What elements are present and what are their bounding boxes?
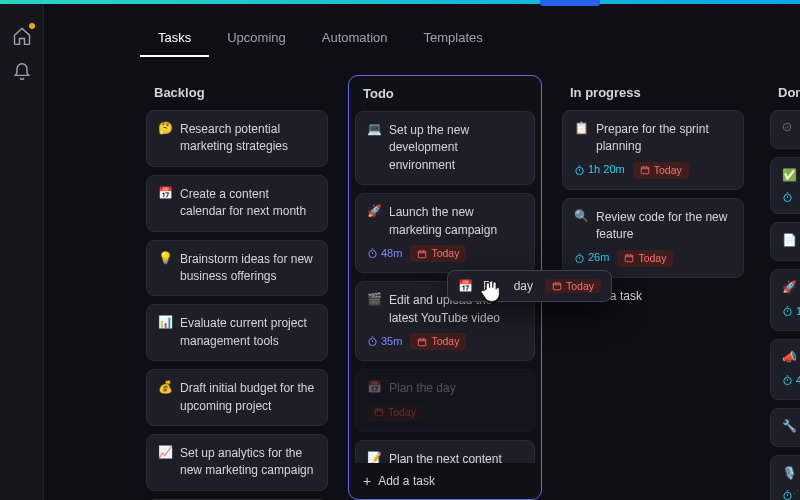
task-text: Review code for the new feature bbox=[596, 209, 732, 244]
card-list: Complete the start of✅Complete review📄Fi… bbox=[764, 110, 800, 500]
task-emoji-icon: 💰 bbox=[158, 380, 172, 396]
home-icon[interactable] bbox=[12, 26, 32, 46]
task-meta: 1h 20mToday bbox=[574, 162, 732, 179]
tab-upcoming[interactable]: Upcoming bbox=[209, 24, 304, 57]
task-meta: 26mToday bbox=[574, 250, 732, 267]
svg-point-7 bbox=[576, 167, 583, 174]
add-task-button[interactable]: + Add a task bbox=[349, 463, 541, 499]
task-emoji-icon: 🎬 bbox=[367, 292, 381, 308]
task-card[interactable]: 📅Create a content calendar for next mont… bbox=[146, 175, 328, 232]
task-emoji-icon: 📅 bbox=[158, 186, 172, 202]
calendar-icon: 📅 bbox=[458, 279, 473, 293]
task-meta: 1h bbox=[782, 304, 800, 320]
tab-bar: Tasks Upcoming Automation Templates bbox=[44, 4, 800, 57]
column-done: Done Complete the start of✅Complete revi… bbox=[764, 75, 800, 500]
task-emoji-icon: 📊 bbox=[158, 315, 172, 331]
svg-point-12 bbox=[784, 194, 791, 201]
task-text: Set up analytics for the new marketing c… bbox=[180, 445, 316, 480]
task-text: Prepare for the sprint planning bbox=[596, 121, 732, 156]
task-emoji-icon: 🤔 bbox=[158, 121, 172, 137]
time-badge: 1h 20m bbox=[574, 162, 625, 178]
svg-point-0 bbox=[369, 250, 376, 257]
task-card[interactable]: 📅Plan the dayToday bbox=[355, 369, 535, 432]
grab-cursor-icon bbox=[479, 277, 505, 303]
kanban-board: Backlog 🤔Research potential marketing st… bbox=[44, 57, 800, 500]
today-badge: Today bbox=[545, 279, 601, 293]
column-title: Done bbox=[764, 75, 800, 110]
stopwatch-icon bbox=[782, 192, 793, 203]
dragging-card[interactable]: 📅 Pl day Today bbox=[447, 270, 612, 302]
task-emoji-icon: 🔧 bbox=[782, 419, 796, 435]
svg-rect-10 bbox=[626, 255, 634, 262]
task-card[interactable]: ✅Complete review bbox=[770, 157, 800, 213]
task-emoji-icon: 💡 bbox=[158, 251, 172, 267]
task-emoji-icon: 🚀 bbox=[782, 280, 796, 296]
tab-tasks[interactable]: Tasks bbox=[140, 24, 209, 57]
task-card[interactable]: 💰Draft initial budget for the upcoming p… bbox=[146, 369, 328, 426]
task-card[interactable]: Complete the start of bbox=[770, 110, 800, 149]
task-emoji-icon: 💻 bbox=[367, 122, 381, 138]
task-emoji-icon: 🎙️ bbox=[782, 466, 796, 482]
task-card[interactable]: 📈Set up analytics for the new marketing … bbox=[146, 434, 328, 491]
svg-rect-3 bbox=[419, 339, 427, 346]
check-icon bbox=[782, 121, 796, 137]
column-backlog: Backlog 🤔Research potential marketing st… bbox=[140, 75, 334, 500]
task-card[interactable]: 🔧Implement endpoints bbox=[770, 408, 800, 447]
task-meta bbox=[782, 490, 800, 500]
stopwatch-icon bbox=[782, 490, 793, 500]
today-badge: Today bbox=[410, 245, 466, 262]
task-text: Evaluate current project management tool… bbox=[180, 315, 316, 350]
time-badge: 26m bbox=[574, 250, 609, 266]
tab-templates[interactable]: Templates bbox=[406, 24, 501, 57]
column-title: In progress bbox=[556, 75, 750, 110]
today-badge: Today bbox=[617, 250, 673, 267]
svg-rect-1 bbox=[419, 251, 427, 258]
card-list: 🤔Research potential marketing strategies… bbox=[140, 110, 334, 500]
add-task-label: Add a task bbox=[378, 474, 435, 488]
tab-automation[interactable]: Automation bbox=[304, 24, 406, 57]
task-emoji-icon: 📣 bbox=[782, 350, 796, 366]
task-emoji-icon: 🚀 bbox=[367, 204, 381, 220]
task-emoji-icon: 📅 bbox=[367, 380, 381, 396]
task-emoji-icon: 🔍 bbox=[574, 209, 588, 225]
task-meta: 45m bbox=[782, 373, 800, 389]
main-area: Tasks Upcoming Automation Templates Back… bbox=[44, 4, 800, 500]
task-card[interactable]: 🔍Review code for the new feature26mToday bbox=[562, 198, 744, 278]
task-text: Plan the day bbox=[389, 380, 523, 397]
task-card[interactable]: 📝Plan the next content seriesToday bbox=[355, 440, 535, 463]
task-text: Set up the new development environment bbox=[389, 122, 523, 174]
today-badge: Today bbox=[410, 333, 466, 350]
task-card[interactable]: 📣Publish45m bbox=[770, 339, 800, 400]
bell-icon[interactable] bbox=[12, 62, 32, 82]
svg-rect-16 bbox=[553, 283, 561, 290]
task-card[interactable]: 🚀Launch1h bbox=[770, 269, 800, 330]
task-text: Brainstorm ideas for new business offeri… bbox=[180, 251, 316, 286]
plus-icon: + bbox=[363, 473, 371, 489]
task-emoji-icon: 📄 bbox=[782, 233, 796, 249]
task-meta bbox=[782, 192, 800, 203]
task-card[interactable]: 📊Evaluate current project management too… bbox=[146, 304, 328, 361]
time-badge: 1h bbox=[782, 304, 800, 320]
today-badge: Today bbox=[633, 162, 689, 179]
task-emoji-icon: 📈 bbox=[158, 445, 172, 461]
task-card[interactable]: 🤔Research potential marketing strategies bbox=[146, 110, 328, 167]
task-card[interactable]: 📋Prepare for the sprint planning1h 20mTo… bbox=[562, 110, 744, 190]
task-text: Plan the next content series bbox=[389, 451, 523, 463]
task-card[interactable]: 📄Finalize proposal bbox=[770, 222, 800, 261]
column-title: Todo bbox=[349, 76, 541, 111]
task-text: Draft initial budget for the upcoming pr… bbox=[180, 380, 316, 415]
task-meta: 35mToday bbox=[367, 333, 523, 350]
time-badge: 48m bbox=[367, 246, 402, 262]
notification-dot bbox=[29, 23, 35, 29]
task-text: Create a content calendar for next month bbox=[180, 186, 316, 221]
svg-rect-4 bbox=[375, 409, 383, 416]
task-card[interactable]: 💻Set up the new development environment bbox=[355, 111, 535, 185]
task-card[interactable]: 🚀Launch the new marketing campaign48mTod… bbox=[355, 193, 535, 273]
today-badge: Today bbox=[367, 404, 423, 421]
column-title: Backlog bbox=[140, 75, 334, 110]
card-list: 📋Prepare for the sprint planning1h 20mTo… bbox=[556, 110, 750, 278]
task-card[interactable]: 🎙️Record episode bbox=[770, 455, 800, 500]
task-emoji-icon: ✅ bbox=[782, 168, 796, 184]
task-card[interactable]: 💡Brainstorm ideas for new business offer… bbox=[146, 240, 328, 297]
task-meta: Today bbox=[367, 404, 523, 421]
